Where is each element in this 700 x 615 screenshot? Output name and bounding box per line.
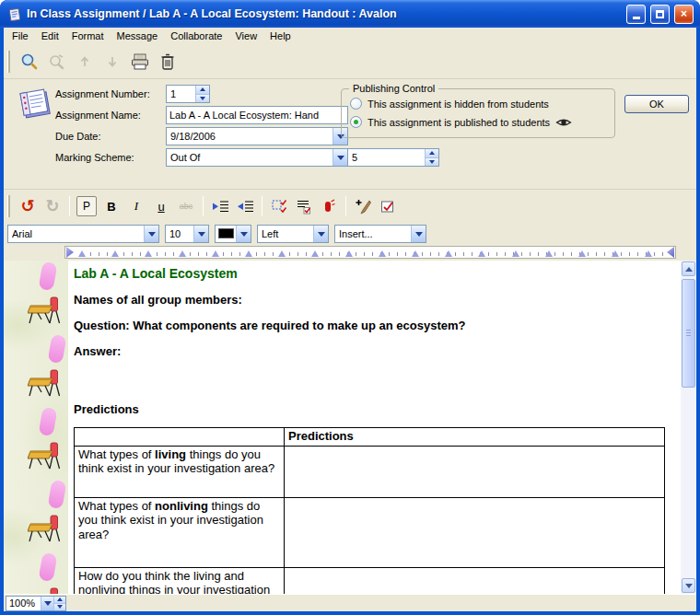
minimize-button[interactable] bbox=[626, 5, 646, 24]
ruler-tab-stop[interactable] bbox=[379, 250, 386, 257]
zoom-control[interactable]: 100% bbox=[6, 596, 66, 611]
ruler-tab-stop[interactable] bbox=[578, 250, 586, 257]
italic-button[interactable]: I bbox=[125, 195, 147, 217]
spin-down-icon[interactable] bbox=[426, 157, 438, 167]
answer-cell[interactable] bbox=[285, 568, 665, 595]
ruler-tab-stop[interactable] bbox=[78, 250, 86, 257]
assignment-name-input[interactable] bbox=[166, 106, 348, 124]
spin-up-icon[interactable] bbox=[54, 597, 65, 603]
redo-button[interactable]: ↻ bbox=[41, 195, 64, 217]
ruler-tab-stop[interactable] bbox=[311, 250, 319, 257]
indent-button[interactable] bbox=[209, 195, 231, 217]
insert-dropdown[interactable]: Insert... bbox=[334, 225, 426, 243]
select-cells-button[interactable] bbox=[268, 195, 290, 217]
preview-button[interactable] bbox=[17, 49, 41, 74]
ok-button[interactable]: OK bbox=[624, 95, 689, 113]
text-color-dropdown[interactable] bbox=[215, 225, 251, 243]
font-size-dropdown[interactable]: 10 bbox=[165, 225, 209, 243]
spin-up-icon[interactable] bbox=[196, 86, 209, 94]
hidden-option-label[interactable]: This assignment is hidden from students bbox=[368, 99, 549, 110]
right-indent-marker[interactable] bbox=[667, 247, 674, 258]
previous-button[interactable] bbox=[72, 49, 97, 74]
publishing-control-group: Publishing Control This assignment is hi… bbox=[341, 88, 615, 138]
chevron-down-icon[interactable] bbox=[411, 226, 426, 242]
find-button[interactable] bbox=[44, 49, 69, 74]
assignment-number-spinner[interactable]: 1 bbox=[166, 85, 210, 103]
ruler-tab-stop[interactable] bbox=[545, 250, 553, 257]
ruler-tab-stop[interactable] bbox=[345, 250, 353, 257]
spin-up-icon[interactable] bbox=[426, 149, 438, 157]
spinner-buttons[interactable] bbox=[425, 149, 438, 166]
chevron-down-icon[interactable] bbox=[41, 597, 53, 610]
chevron-down-icon[interactable] bbox=[144, 226, 158, 242]
menu-item-collaborate[interactable]: Collaborate bbox=[165, 29, 229, 43]
next-button[interactable] bbox=[99, 49, 124, 74]
menu-item-format[interactable]: Format bbox=[66, 29, 111, 43]
menu-item-edit[interactable]: Edit bbox=[36, 29, 66, 43]
vertical-scrollbar[interactable] bbox=[681, 261, 696, 594]
scroll-down-button[interactable] bbox=[682, 578, 695, 593]
due-date-value: 9/18/2006 bbox=[167, 128, 332, 145]
ruler-tab-stop[interactable] bbox=[111, 250, 119, 257]
answer-cell[interactable] bbox=[285, 498, 665, 568]
due-date-dropdown[interactable]: 9/18/2006 bbox=[166, 127, 348, 145]
ruler-tab-stop[interactable] bbox=[612, 250, 619, 257]
scroll-up-button[interactable] bbox=[682, 261, 695, 276]
ruler-tab-stop[interactable] bbox=[445, 250, 452, 257]
chevron-down-icon[interactable] bbox=[332, 149, 347, 166]
strikethrough-button[interactable]: abc bbox=[175, 195, 197, 217]
document-content[interactable]: Lab A - A Local Ecosystem Names of all g… bbox=[68, 261, 681, 594]
hidden-option-row[interactable]: This assignment is hidden from students bbox=[350, 98, 549, 110]
select-rows-button[interactable] bbox=[293, 195, 315, 217]
menu-item-view[interactable]: View bbox=[229, 29, 264, 43]
menu-item-help[interactable]: Help bbox=[264, 29, 298, 43]
zoom-spinner[interactable] bbox=[53, 597, 65, 610]
maximize-button[interactable] bbox=[650, 5, 670, 24]
ruler-tab-stop[interactable] bbox=[245, 250, 252, 257]
ruler-tab-stop[interactable] bbox=[212, 250, 219, 257]
outdent-icon bbox=[237, 200, 254, 213]
undo-button[interactable]: ↺ bbox=[17, 195, 39, 217]
ruler-tab-stop[interactable] bbox=[645, 250, 652, 257]
menu-item-file[interactable]: File bbox=[6, 29, 36, 43]
left-indent-marker[interactable] bbox=[66, 247, 74, 258]
ruler-tab-stop[interactable] bbox=[512, 250, 519, 257]
chevron-down-icon[interactable] bbox=[193, 226, 208, 242]
chevron-down-icon[interactable] bbox=[313, 226, 328, 242]
ruler-tab-stop[interactable] bbox=[412, 250, 419, 257]
marking-scheme-dropdown[interactable]: Out Of bbox=[166, 148, 348, 167]
spinner-buttons[interactable] bbox=[195, 86, 209, 102]
draw-add-button[interactable] bbox=[352, 195, 374, 217]
out-of-spinner[interactable]: 5 bbox=[347, 148, 439, 167]
alignment-dropdown[interactable]: Left bbox=[257, 225, 329, 243]
ruler-tab-stop[interactable] bbox=[179, 250, 186, 257]
highlighter-button[interactable] bbox=[318, 195, 340, 217]
spin-down-icon[interactable] bbox=[54, 603, 65, 610]
toolbar-grip[interactable] bbox=[7, 51, 10, 73]
document-area[interactable]: Lab A - A Local Ecosystem Names of all g… bbox=[4, 261, 696, 594]
delete-button[interactable] bbox=[155, 49, 180, 74]
spellcheck-icon bbox=[380, 199, 396, 215]
published-option-row[interactable]: This assignment is published to students bbox=[350, 116, 572, 128]
spin-down-icon[interactable] bbox=[196, 94, 209, 103]
published-option-label[interactable]: This assignment is published to students bbox=[368, 117, 550, 128]
ruler-tab-stop[interactable] bbox=[278, 250, 286, 257]
paragraph-button[interactable]: P bbox=[76, 195, 98, 217]
ruler-tab-stop[interactable] bbox=[478, 250, 485, 257]
menu-item-message[interactable]: Message bbox=[111, 29, 166, 43]
spellcheck-button[interactable] bbox=[377, 195, 399, 217]
bold-button[interactable]: B bbox=[100, 195, 122, 217]
print-button[interactable] bbox=[127, 49, 152, 74]
radio-hidden[interactable] bbox=[350, 98, 362, 110]
scrollbar-thumb[interactable] bbox=[682, 279, 695, 388]
underline-button[interactable]: u bbox=[150, 195, 172, 217]
outdent-button[interactable] bbox=[234, 195, 256, 217]
font-family-dropdown[interactable]: Arial bbox=[7, 225, 159, 243]
chevron-down-icon[interactable] bbox=[236, 226, 251, 242]
insert-value: Insert... bbox=[335, 226, 411, 242]
ruler-tab-stop[interactable] bbox=[145, 250, 152, 257]
close-button[interactable]: × bbox=[674, 5, 694, 24]
answer-cell[interactable] bbox=[285, 447, 665, 498]
radio-published[interactable] bbox=[350, 116, 362, 128]
toolbar-grip[interactable] bbox=[7, 195, 10, 217]
